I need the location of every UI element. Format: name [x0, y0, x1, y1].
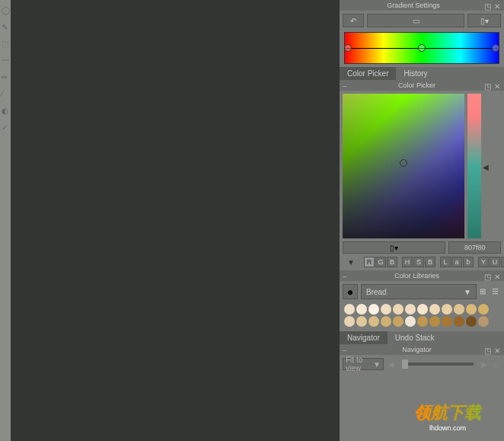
- dock-icon[interactable]: ◳: [484, 273, 491, 280]
- mode-v-button[interactable]: V: [501, 257, 504, 267]
- gradient-bar[interactable]: [344, 32, 499, 64]
- swatch[interactable]: [393, 316, 404, 327]
- minimize-icon[interactable]: −: [343, 273, 349, 280]
- mode-r-button[interactable]: R: [364, 257, 375, 267]
- left-toolbar: ◯ ✎ ⬚ 〰 ✏ ⁄ ◐ ✓: [0, 0, 11, 441]
- navigator-header: − Navigator ◳ ✕: [340, 344, 504, 355]
- dock-icon[interactable]: ◳: [484, 347, 491, 353]
- tool-icon[interactable]: ⬚: [2, 40, 9, 47]
- close-icon[interactable]: ✕: [494, 347, 501, 353]
- watermark-main: 领航下载: [414, 401, 481, 424]
- swatch[interactable]: [368, 316, 379, 327]
- tab-history[interactable]: History: [396, 67, 435, 80]
- zoom-reset-button[interactable]: ⊙: [492, 360, 501, 369]
- swatch[interactable]: [405, 316, 416, 327]
- tool-icon[interactable]: ⁄: [2, 90, 9, 97]
- swatch[interactable]: [393, 304, 404, 315]
- mode-b3-button[interactable]: b: [463, 257, 474, 267]
- mode-a-button[interactable]: a: [451, 257, 462, 267]
- color-libraries-header: − Color Libraries ◳ ✕: [340, 270, 504, 281]
- swatch[interactable]: [478, 316, 489, 327]
- picker-cursor[interactable]: [400, 159, 407, 167]
- swatches-grid: [343, 302, 501, 328]
- zoom-out-button[interactable]: ◀: [387, 360, 396, 369]
- swatch[interactable]: [368, 304, 379, 315]
- swatch[interactable]: [454, 304, 464, 315]
- tool-icon[interactable]: ◐: [2, 107, 9, 114]
- swatch[interactable]: [442, 304, 452, 315]
- tool-icon[interactable]: ✎: [2, 23, 9, 30]
- tool-icon[interactable]: 〰: [2, 56, 9, 64]
- swatch[interactable]: [429, 304, 440, 315]
- mode-b-button[interactable]: B: [387, 257, 397, 267]
- mode-s-button[interactable]: S: [413, 257, 424, 267]
- swatch[interactable]: [466, 316, 477, 327]
- library-select[interactable]: Bread ▼: [361, 284, 477, 299]
- swatch[interactable]: [405, 304, 416, 315]
- swatch[interactable]: [417, 304, 428, 315]
- gradient-preset-button[interactable]: ▯▾: [467, 14, 501, 27]
- hsb-mode-group: H S B: [402, 257, 435, 267]
- mode-u-button[interactable]: U: [490, 257, 500, 267]
- swatch[interactable]: [344, 304, 355, 315]
- navigator-section: Fit to view ▼ ◀ ▶ ⊙: [340, 355, 504, 373]
- dock-icon[interactable]: ◳: [484, 2, 491, 9]
- mode-dropdown-arrow[interactable]: ▼: [343, 258, 359, 267]
- fit-select[interactable]: Fit to view ▼: [343, 358, 384, 370]
- tool-icon[interactable]: ✓: [2, 123, 9, 131]
- mask-icon[interactable]: ☻: [343, 284, 358, 299]
- swatch[interactable]: [478, 304, 489, 315]
- gradient-title: Gradient Settings: [343, 2, 484, 9]
- gradient-handle-end[interactable]: [492, 44, 499, 52]
- swatch[interactable]: [417, 316, 428, 327]
- color-preset-button[interactable]: ▯▾: [343, 241, 445, 254]
- swatch[interactable]: [454, 316, 464, 327]
- menu-icon[interactable]: ☰: [492, 287, 501, 296]
- library-section: ☻ Bread ▼ ⊞ ☰: [340, 281, 504, 331]
- swatch[interactable]: [356, 316, 367, 327]
- hex-value[interactable]: 807f80: [448, 241, 501, 254]
- tab-undo-stack[interactable]: Undo Stack: [388, 331, 442, 344]
- mode-b2-button[interactable]: B: [425, 257, 435, 267]
- color-picker-square[interactable]: [343, 94, 464, 238]
- swatch[interactable]: [429, 316, 440, 327]
- link-icon[interactable]: ⊞: [480, 287, 489, 296]
- zoom-slider-handle[interactable]: [402, 360, 408, 369]
- color-picker-header: − Color Picker ◳ ✕: [340, 80, 504, 91]
- tool-icon[interactable]: ◯: [2, 6, 9, 14]
- gradient-header: Gradient Settings ◳ ✕: [340, 0, 504, 11]
- minimize-icon[interactable]: −: [343, 82, 349, 89]
- zoom-slider[interactable]: [402, 363, 474, 366]
- close-icon[interactable]: ✕: [494, 82, 501, 89]
- mode-y-button[interactable]: Y: [478, 257, 489, 267]
- mode-h-button[interactable]: H: [402, 257, 413, 267]
- close-icon[interactable]: ✕: [494, 273, 501, 280]
- close-icon[interactable]: ✕: [494, 2, 501, 9]
- mode-l-button[interactable]: L: [440, 257, 451, 267]
- mode-g-button[interactable]: G: [375, 257, 386, 267]
- zoom-in-button[interactable]: ▶: [480, 360, 489, 369]
- tab-color-picker[interactable]: Color Picker: [340, 67, 396, 80]
- canvas-area[interactable]: [11, 0, 340, 441]
- hue-bar[interactable]: ◀: [467, 94, 481, 238]
- swatch[interactable]: [356, 304, 367, 315]
- hue-pointer-icon[interactable]: ◀: [483, 163, 489, 171]
- navigator-subtitle: Navigator: [349, 346, 484, 353]
- color-picker-subtitle: Color Picker: [349, 81, 484, 89]
- dock-icon[interactable]: ◳: [484, 82, 491, 89]
- chevron-down-icon: ▼: [464, 288, 471, 296]
- swatch[interactable]: [466, 304, 477, 315]
- gradient-handle-mid[interactable]: [418, 44, 426, 52]
- gradient-section: ↶ ▭ ▯▾: [340, 11, 504, 67]
- minimize-icon[interactable]: −: [343, 347, 349, 353]
- fit-label: Fit to view: [346, 356, 373, 372]
- swatch[interactable]: [442, 316, 452, 327]
- tab-navigator[interactable]: Navigator: [340, 331, 388, 344]
- gradient-handle-start[interactable]: [344, 44, 352, 52]
- swatch[interactable]: [381, 304, 391, 315]
- gradient-undo-button[interactable]: ↶: [343, 14, 364, 27]
- tool-icon[interactable]: ✏: [2, 73, 9, 81]
- swatch[interactable]: [344, 316, 355, 327]
- gradient-shape-button[interactable]: ▭: [367, 14, 464, 27]
- swatch[interactable]: [381, 316, 391, 327]
